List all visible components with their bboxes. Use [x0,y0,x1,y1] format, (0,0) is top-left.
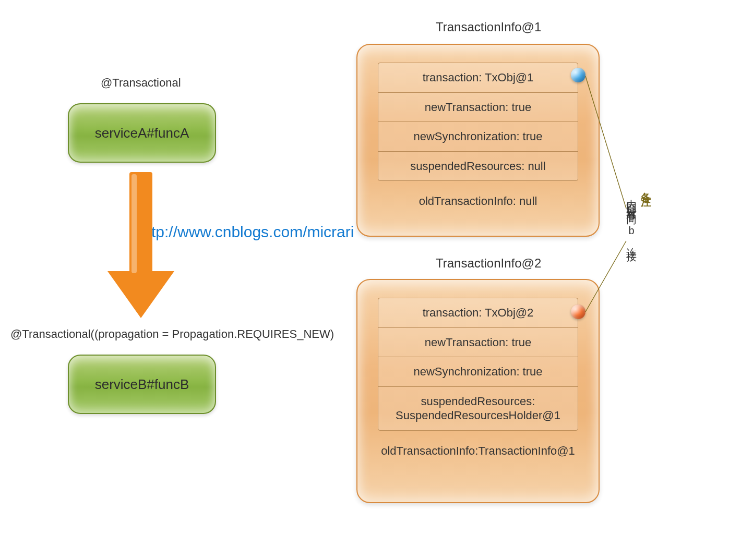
panel1-footer: oldTransactionInfo: null [419,194,537,208]
panel2-row-1: newTransaction: true [378,327,578,357]
panel2-row-3: suspendedResources: SuspendedResourcesHo… [378,386,578,430]
watermark-link: http://www.cnblogs.com/micrari [138,223,354,241]
panel1-rows: transaction: TxObj@1 newTransaction: tru… [378,63,578,181]
panel1: transaction: TxObj@1 newTransaction: tru… [356,44,600,237]
panel1-row-2: newSynchronization: true [378,121,578,151]
side-note-body: 内部持有不同db连接 [624,191,639,246]
annotation-top: @Transactional [101,76,181,90]
panel2-row-0: transaction: TxObj@2 [378,298,578,327]
service-a-box: serviceA#funcA [68,103,216,163]
side-note-header: 备注 [640,184,652,190]
panel1-title: TransactionInfo@1 [436,20,541,34]
panel2: transaction: TxObj@2 newTransaction: tru… [356,279,600,503]
panel1-row-0: transaction: TxObj@1 [378,63,578,92]
svg-marker-1 [107,271,174,318]
side-note: 备注 内部持有不同db连接 [624,184,653,246]
arrow-down-icon [107,172,174,318]
dot-red-icon [571,305,585,319]
annotation-bottom: @Transactional((propagation = Propagatio… [10,327,334,341]
panel1-row-1: newTransaction: true [378,92,578,122]
panel1-row-3: suspendedResources: null [378,151,578,181]
dot-blue-icon [571,68,585,82]
panel2-row-2: newSynchronization: true [378,357,578,386]
panel2-rows: transaction: TxObj@2 newTransaction: tru… [378,298,578,431]
service-b-box: serviceB#funcB [68,355,216,414]
panel2-title: TransactionInfo@2 [436,256,541,271]
svg-rect-2 [132,174,137,273]
panel2-footer: oldTransactionInfo:TransactionInfo@1 [381,444,575,458]
service-a-label: serviceA#funcA [95,125,189,141]
service-b-label: serviceB#funcB [95,376,189,393]
